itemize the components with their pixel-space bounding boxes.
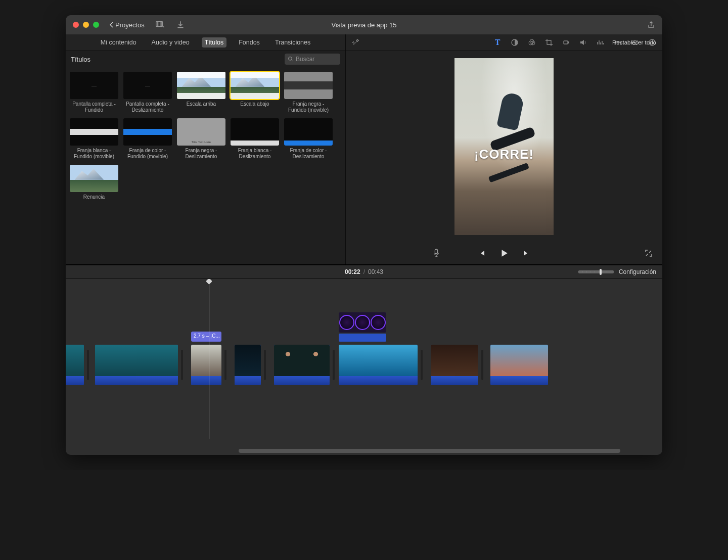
timeline-clip[interactable]	[274, 345, 330, 385]
titlebar: Proyectos Vista previa de app 15	[66, 15, 662, 34]
zoom-slider[interactable]	[578, 270, 614, 273]
timeline-clip[interactable]	[191, 345, 221, 385]
clip-gap-handle[interactable]	[481, 350, 483, 380]
time-separator: /	[363, 268, 365, 275]
title-preset-tile[interactable]: Renuncia	[70, 165, 118, 206]
browser-header: Títulos	[66, 51, 345, 68]
media-browser: Mi contenido Audio y video Títulos Fondo…	[66, 34, 346, 264]
tab-my-content[interactable]: Mi contenido	[98, 37, 140, 48]
title-overlay-text: ¡CORRE!	[454, 147, 554, 162]
title-preset-tile[interactable]: Franja negra - Deslizamiento	[177, 118, 225, 160]
crop-icon[interactable]	[545, 38, 553, 46]
title-preset-label: Pantalla completa - Fundido	[70, 101, 118, 113]
timeline-clip[interactable]	[95, 345, 178, 385]
title-preset-tile[interactable]: Pantalla completa - Deslizamiento	[123, 72, 172, 113]
title-thumbnail	[123, 72, 172, 99]
title-preset-label: Franja de color - Deslizamiento	[284, 148, 333, 160]
svg-rect-10	[435, 249, 437, 254]
title-preset-label: Franja negra - Fundido (movible)	[284, 101, 333, 113]
title-preset-tile[interactable]: Escala arriba	[177, 72, 225, 113]
settings-button[interactable]: Configuración	[619, 268, 656, 275]
browser-section-label: Títulos	[71, 56, 90, 63]
title-thumbnail	[284, 72, 333, 99]
reset-all-button[interactable]: Restablecer todo	[612, 39, 656, 45]
time-display-row: 00:22 / 00:43 Configuración	[66, 265, 662, 279]
preview-canvas[interactable]: ¡CORRE!	[454, 58, 554, 235]
title-preset-tile[interactable]: Franja de color - Deslizamiento	[284, 118, 333, 160]
title-preset-label: Escala arriba	[187, 101, 216, 113]
title-preset-tile[interactable]: Franja negra - Fundido (movible)	[284, 72, 333, 113]
tab-backgrounds[interactable]: Fondos	[236, 37, 263, 48]
close-window-button[interactable]	[73, 22, 79, 28]
viewer-pane: T Restablecer todo ¡CORRE!	[346, 34, 662, 264]
timeline-clip[interactable]	[66, 345, 84, 385]
share-button[interactable]	[647, 21, 655, 29]
overlay-clip[interactable]	[339, 312, 386, 333]
search-icon	[288, 56, 294, 62]
zoom-window-button[interactable]	[93, 22, 99, 28]
voiceover-mic-icon[interactable]	[432, 249, 441, 258]
overlay-clip-audio[interactable]	[339, 334, 386, 342]
title-preset-tile[interactable]: Franja blanca - Deslizamiento	[231, 118, 279, 160]
zoom-slider-handle[interactable]	[600, 269, 602, 275]
clip-gap-handle[interactable]	[181, 350, 183, 380]
svg-point-1	[289, 57, 292, 61]
tab-titles[interactable]: Títulos	[202, 37, 227, 48]
title-preset-tile[interactable]: Pantalla completa - Fundido	[70, 72, 118, 113]
noise-reduction-icon[interactable]	[597, 38, 605, 46]
title-preset-label: Franja blanca - Fundido (movible)	[70, 148, 118, 160]
viewer-toolbar: T Restablecer todo	[346, 34, 662, 51]
clip-gap-handle[interactable]	[87, 350, 89, 380]
timeline-clip[interactable]	[235, 345, 261, 385]
color-correction-icon[interactable]	[528, 38, 536, 46]
title-thumbnail	[177, 72, 225, 99]
search-input[interactable]	[296, 56, 331, 63]
back-label: Proyectos	[115, 21, 145, 29]
timeline[interactable]: 2.7 s – ¡C...	[66, 279, 662, 455]
title-clip-badge[interactable]: 2.7 s – ¡C...	[191, 332, 221, 342]
next-frame-button[interactable]	[522, 249, 531, 258]
stabilize-icon[interactable]	[562, 38, 570, 46]
timeline-horizontal-scrollbar[interactable]	[66, 449, 662, 454]
back-to-projects-button[interactable]: Proyectos	[109, 21, 145, 29]
clip-gap-handle[interactable]	[421, 350, 423, 380]
title-thumbnail	[70, 72, 118, 99]
play-button[interactable]	[499, 249, 509, 258]
title-preset-label: Franja negra - Deslizamiento	[177, 148, 225, 160]
svg-rect-6	[564, 41, 568, 44]
timeline-clip[interactable]	[431, 345, 478, 385]
title-thumbnail	[123, 118, 172, 146]
title-thumbnail	[231, 118, 279, 146]
clip-gap-handle[interactable]	[333, 350, 335, 380]
total-time: 00:43	[368, 268, 383, 275]
text-tool-icon[interactable]: T	[493, 38, 502, 46]
minimize-window-button[interactable]	[83, 22, 89, 28]
playback-controls	[346, 242, 662, 264]
title-thumbnail	[177, 118, 225, 146]
scrollbar-thumb[interactable]	[239, 449, 620, 453]
title-preset-tile[interactable]: Franja de color - Fundido (movible)	[123, 118, 172, 160]
clip-gap-handle[interactable]	[224, 350, 226, 380]
tab-transitions[interactable]: Transiciones	[272, 37, 313, 48]
video-track[interactable]: 2.7 s – ¡C...	[66, 345, 662, 395]
chevron-left-icon	[109, 22, 113, 28]
volume-icon[interactable]	[579, 38, 587, 46]
enhance-magic-icon[interactable]	[352, 38, 360, 46]
tab-audio-video[interactable]: Audio y video	[149, 37, 193, 48]
download-icon[interactable]	[176, 20, 185, 29]
timeline-clip[interactable]	[490, 345, 548, 385]
color-balance-icon[interactable]	[511, 38, 519, 46]
titlebar-tools	[156, 20, 185, 29]
timeline-clip[interactable]	[339, 345, 418, 385]
search-field[interactable]	[285, 54, 340, 65]
title-preset-tile[interactable]: Escala abajo	[231, 72, 279, 113]
fullscreen-icon[interactable]	[644, 249, 653, 258]
title-preset-label: Pantalla completa - Deslizamiento	[123, 101, 172, 113]
title-preset-label: Franja de color - Fundido (movible)	[123, 148, 172, 160]
title-thumbnail	[284, 118, 333, 146]
import-media-icon[interactable]	[156, 20, 165, 29]
clip-gap-handle[interactable]	[264, 350, 266, 380]
playhead[interactable]	[209, 281, 209, 439]
prev-frame-button[interactable]	[477, 249, 486, 258]
title-preset-tile[interactable]: Franja blanca - Fundido (movible)	[70, 118, 118, 160]
